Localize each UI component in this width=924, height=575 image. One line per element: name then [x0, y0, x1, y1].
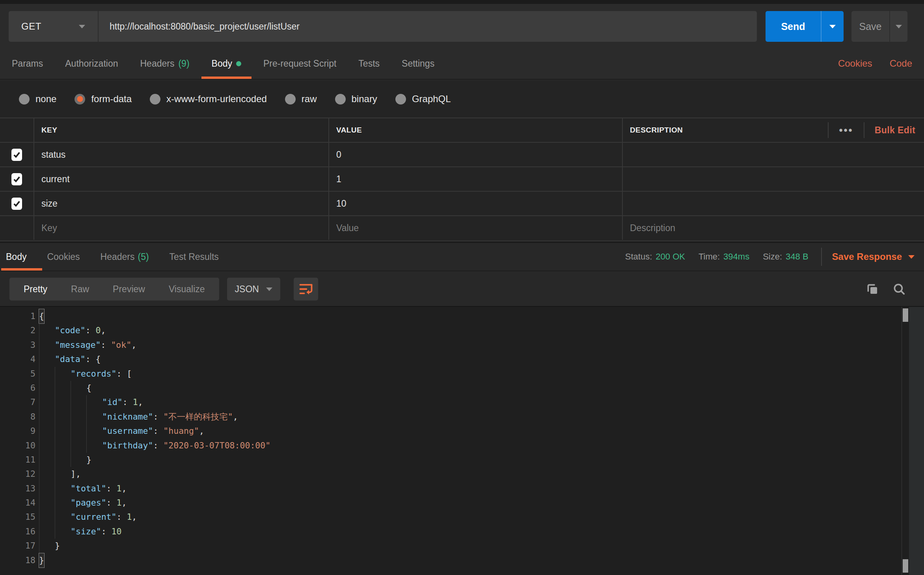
tab-params[interactable]: Params — [12, 48, 43, 79]
key-cell[interactable]: size — [34, 191, 328, 215]
indent-guide — [39, 453, 55, 467]
mode-none[interactable]: none — [19, 93, 56, 105]
code-link[interactable]: Code — [890, 58, 912, 69]
view-tab-raw[interactable]: Raw — [59, 284, 101, 295]
key-cell-empty[interactable]: Key — [34, 215, 328, 240]
line-number: 10 — [0, 439, 35, 453]
code-token: { — [39, 309, 44, 323]
tab-settings[interactable]: Settings — [402, 48, 434, 79]
table-header-spacer — [0, 118, 34, 142]
tab-pre-request-script[interactable]: Pre-request Script — [263, 48, 336, 79]
code-token: "size" — [71, 525, 101, 539]
view-tab-preview[interactable]: Preview — [101, 284, 157, 295]
view-tab-visualize[interactable]: Visualize — [157, 284, 217, 295]
chevron-down-icon — [266, 288, 272, 291]
scrollbar-thumb[interactable] — [903, 308, 908, 322]
value-cell[interactable]: 1 — [328, 166, 622, 191]
search-icon[interactable] — [892, 282, 906, 296]
bulk-edit-link[interactable]: Bulk Edit — [864, 125, 915, 136]
view-tab-pretty[interactable]: Pretty — [12, 284, 59, 295]
tab-authorization[interactable]: Authorization — [65, 48, 118, 79]
mode-label: GraphQL — [412, 93, 451, 105]
mode-x-www-form-urlencoded[interactable]: x-www-form-urlencoded — [150, 93, 267, 105]
checkbox-checked[interactable] — [11, 173, 22, 185]
line-number: 9 — [0, 424, 35, 438]
cookies-link[interactable]: Cookies — [838, 58, 872, 69]
status-size: Size:348 B — [763, 252, 808, 262]
tab-headers[interactable]: Headers(9) — [140, 48, 190, 79]
tab-label: Body — [6, 252, 26, 262]
code-line-content: } — [39, 453, 91, 467]
radio-unselected-icon — [19, 94, 30, 105]
send-button[interactable]: Send — [766, 11, 844, 42]
code-token: "birthday" — [102, 439, 153, 453]
code-token: : — [86, 323, 96, 338]
tab-tests[interactable]: Tests — [358, 48, 380, 79]
column-header-key: KEY — [34, 118, 328, 142]
description-cell-empty[interactable]: Description — [622, 215, 924, 240]
value-cell[interactable]: 0 — [328, 142, 622, 166]
checkbox-checked[interactable] — [11, 198, 22, 210]
response-toolbar-icons — [866, 282, 906, 296]
code-token: , — [131, 338, 136, 352]
response-tab-cookies[interactable]: Cookies — [47, 243, 80, 271]
body-mode-selector: noneform-datax-www-form-urlencodedrawbin… — [0, 80, 924, 118]
mode-raw[interactable]: raw — [285, 93, 317, 105]
indent-guide — [55, 453, 71, 467]
code-token: : — [153, 410, 163, 424]
method-select[interactable]: GET — [9, 11, 99, 42]
tab-label: Visualize — [169, 284, 205, 294]
mode-binary[interactable]: binary — [335, 93, 377, 105]
description-cell[interactable] — [622, 166, 924, 191]
value-cell-empty[interactable]: Value — [328, 215, 622, 240]
scrollbar-thumb[interactable] — [903, 559, 908, 573]
code-token: "data" — [55, 352, 86, 366]
response-tab-body[interactable]: Body — [6, 243, 26, 271]
mode-form-data[interactable]: form-data — [75, 93, 132, 105]
description-cell[interactable] — [622, 191, 924, 215]
checkbox-checked[interactable] — [11, 149, 22, 161]
response-body-editor[interactable]: 1{2"code": 0,3"message": "ok",4"data": {… — [0, 306, 924, 575]
code-token: 1 — [127, 510, 132, 524]
code-token: 1 — [117, 496, 122, 510]
line-number: 13 — [0, 482, 35, 496]
scrollbar-track[interactable] — [902, 307, 908, 575]
code-token: ], — [71, 467, 81, 481]
save-response-button[interactable]: Save Response — [832, 243, 915, 271]
indent-guide — [39, 424, 55, 438]
response-status-group: Status:200 OKTime:394msSize:348 B — [625, 243, 808, 271]
save-button[interactable]: Save — [851, 11, 907, 42]
line-number: 14 — [0, 496, 35, 510]
vertical-divider — [821, 248, 822, 266]
tab-label: Test Results — [170, 252, 219, 262]
mode-graphql[interactable]: GraphQL — [395, 93, 451, 105]
radio-unselected-icon — [150, 94, 160, 105]
code-token: { — [86, 381, 91, 395]
code-token: : — [101, 525, 112, 539]
code-line-content: "pages": 1, — [39, 496, 127, 510]
send-options-button[interactable] — [821, 11, 844, 42]
code-token: 0 — [96, 323, 101, 338]
save-options-button[interactable] — [889, 11, 907, 42]
copy-icon[interactable] — [866, 282, 879, 296]
code-line: 18} — [0, 553, 924, 568]
code-token: 1 — [117, 482, 122, 496]
status-status: Status:200 OK — [625, 252, 685, 262]
line-number: 12 — [0, 467, 35, 481]
value-cell[interactable]: 10 — [328, 191, 622, 215]
description-cell[interactable] — [622, 142, 924, 166]
key-cell[interactable]: status — [34, 142, 328, 166]
line-number: 2 — [0, 323, 35, 338]
code-token: "nickname" — [102, 410, 153, 424]
code-line: 2"code": 0, — [0, 323, 924, 338]
response-tab-headers[interactable]: Headers(5) — [101, 243, 149, 271]
key-cell[interactable]: current — [34, 166, 328, 191]
code-token: "ok" — [111, 338, 131, 352]
url-input[interactable]: http://localhost:8080/basic_project/user… — [99, 11, 757, 42]
response-tab-test-results[interactable]: Test Results — [170, 243, 219, 271]
code-token: : — [153, 424, 163, 438]
line-number: 8 — [0, 410, 35, 424]
tab-body[interactable]: Body — [212, 48, 241, 79]
wrap-text-button[interactable] — [294, 278, 318, 301]
format-select[interactable]: JSON — [227, 278, 280, 301]
